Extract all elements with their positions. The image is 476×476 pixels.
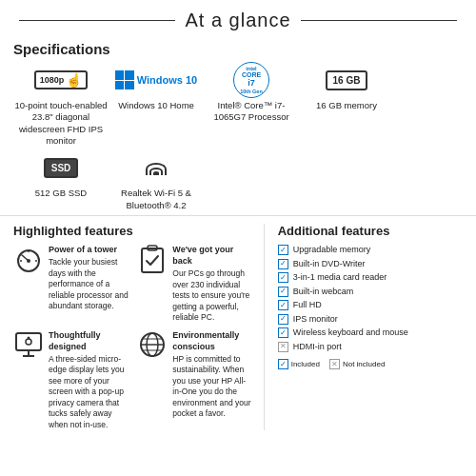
gen-text: 10th Gen	[240, 89, 263, 94]
additional-feature-label: Full HD	[293, 299, 322, 312]
svg-point-12	[28, 336, 30, 339]
additional-features-list: ✓Upgradable memory✓Built-in DVD-Writer✓3…	[278, 244, 463, 353]
spec-badge-memory: 16 GB	[326, 63, 368, 97]
wifi-icon	[142, 158, 170, 177]
check-included-icon: ✓	[278, 245, 288, 255]
additional-feature-label: IPS monitor	[293, 313, 338, 327]
feature-tower-title: Power of a tower	[49, 244, 129, 255]
check-included-icon: ✓	[278, 287, 288, 297]
specs-section: Specifications 1080p ☝ 10-point touch-en…	[0, 37, 476, 216]
feature-back: We've got your back Our PCs go through o…	[137, 244, 253, 324]
spec-windows: Windows 10 Windows 10 Home	[109, 63, 204, 147]
feature-back-text: We've got your back Our PCs go through o…	[172, 244, 253, 324]
spec-memory-label: 16 GB memory	[316, 100, 377, 111]
check-included-icon: ✓	[278, 327, 288, 338]
feature-eco-desc: HP is committed to sustainability. When …	[172, 354, 250, 418]
additional-section: Additional features ✓Upgradable memory✓B…	[272, 224, 463, 430]
check-not-included-icon: ✕	[278, 342, 288, 352]
clipboard-check-icon	[137, 244, 168, 274]
feature-back-desc: Our PCs go through over 230 individual t…	[172, 268, 249, 322]
check-included-icon: ✓	[278, 314, 288, 325]
additional-feature-item: ✓Built-in webcam	[278, 286, 463, 299]
i7-text: i7	[248, 79, 255, 89]
legend: ✓ Included ✕ Not included	[278, 359, 463, 369]
touch-icon: ☝	[66, 73, 82, 87]
additional-feature-label: Upgradable memory	[293, 244, 371, 257]
additional-feature-item: ✓Full HD	[278, 299, 463, 312]
spec-ssd: SSD 512 GB SSD	[13, 150, 109, 211]
spec-badge-monitor: 1080p ☝	[34, 63, 89, 97]
feature-designed-title: Thoughtfully designed	[49, 329, 129, 352]
spec-windows-label: Windows 10 Home	[118, 100, 194, 111]
svg-point-2	[27, 259, 30, 263]
windows-text: Windows 10	[137, 73, 197, 87]
legend-included: ✓ Included	[278, 359, 320, 369]
feature-designed-text: Thoughtfully designed A three-sided micr…	[49, 329, 129, 431]
legend-included-icon: ✓	[278, 359, 288, 369]
spec-monitor: 1080p ☝ 10-point touch-enabled 23.8" dia…	[13, 63, 109, 147]
speedometer-icon	[13, 244, 44, 274]
svg-point-11	[26, 339, 31, 345]
feature-designed: Thoughtfully designed A three-sided micr…	[13, 329, 129, 431]
spec-intel: intel CORE i7 10th Gen Intel® Core™ i7-1…	[204, 63, 299, 147]
additional-feature-item: ✓Wireless keyboard and mouse	[278, 327, 463, 340]
specs-title: Specifications	[13, 41, 463, 57]
specs-grid: 1080p ☝ 10-point touch-enabled 23.8" dia…	[13, 63, 463, 211]
spec-wifi-label: Realtek Wi-Fi 5 & Bluetooth® 4.2	[109, 188, 204, 211]
feature-tower-desc: Tackle your busiest days with the perfor…	[49, 257, 129, 310]
globe-icon	[137, 329, 168, 360]
additional-feature-label: Wireless keyboard and mouse	[293, 327, 408, 340]
additional-feature-item: ✓Upgradable memory	[278, 244, 463, 257]
additional-feature-item: ✓3-in-1 media card reader	[278, 271, 463, 285]
legend-not-included-label: Not included	[343, 360, 385, 368]
badge-windows: Windows 10	[115, 70, 197, 89]
highlighted-title: Highlighted features	[13, 224, 254, 238]
spec-monitor-label: 10-point touch-enabled 23.8" diagonal wi…	[13, 100, 109, 147]
check-included-icon: ✓	[278, 272, 288, 283]
feature-tower: Power of a tower Tackle your busiest day…	[13, 244, 129, 324]
spec-badge-wifi	[142, 150, 170, 185]
spec-memory: 16 GB 16 GB memory	[299, 63, 394, 147]
header-line-left	[19, 20, 175, 21]
legend-included-label: Included	[291, 360, 320, 368]
additional-feature-label: Built-in webcam	[293, 286, 354, 299]
spec-intel-label: Intel® Core™ i7-1065G7 Processor	[204, 100, 299, 124]
spec-ssd-label: 512 GB SSD	[35, 188, 87, 199]
feature-designed-desc: A three-sided micro-edge display lets yo…	[49, 354, 124, 429]
windows-logo-icon	[115, 70, 134, 89]
additional-feature-item: ✓IPS monitor	[278, 313, 463, 327]
bottom-section: Highlighted features Power of	[0, 216, 476, 434]
spec-wifi: Realtek Wi-Fi 5 & Bluetooth® 4.2	[109, 150, 204, 211]
badge-intel: intel CORE i7 10th Gen	[233, 62, 269, 98]
feature-tower-text: Power of a tower Tackle your busiest day…	[49, 244, 129, 311]
additional-feature-label: Built-in DVD-Writer	[293, 258, 366, 271]
feature-eco: Environmentally conscious HP is committe…	[137, 329, 253, 431]
feature-eco-title: Environmentally conscious	[172, 329, 253, 352]
additional-feature-label: 3-in-1 media card reader	[293, 271, 387, 285]
resolution-text: 1080p	[40, 76, 65, 85]
header-line-right	[301, 20, 457, 21]
spec-badge-ssd: SSD	[44, 150, 79, 185]
check-included-icon: ✓	[278, 300, 288, 310]
wifi-dot	[154, 172, 158, 175]
spec-badge-intel: intel CORE i7 10th Gen	[233, 63, 269, 97]
legend-not-included: ✕ Not included	[329, 359, 385, 369]
check-included-icon: ✓	[278, 259, 288, 269]
feature-eco-text: Environmentally conscious HP is committe…	[172, 329, 253, 420]
highlighted-section: Highlighted features Power of	[13, 224, 265, 430]
spec-badge-windows: Windows 10	[115, 63, 197, 97]
svg-rect-8	[16, 333, 41, 350]
additional-feature-item: ✓Built-in DVD-Writer	[278, 258, 463, 271]
additional-title: Additional features	[278, 224, 463, 238]
features-grid: Power of a tower Tackle your busiest day…	[13, 244, 254, 430]
monitor-person-icon	[13, 329, 44, 360]
additional-feature-label: HDMI-in port	[293, 341, 342, 354]
legend-not-included-icon: ✕	[329, 359, 340, 369]
badge-wifi	[142, 158, 170, 177]
page-title: At a glance	[185, 10, 290, 31]
svg-rect-6	[142, 248, 163, 272]
badge-ssd: SSD	[44, 158, 79, 178]
header: At a glance	[0, 0, 476, 37]
feature-back-title: We've got your back	[172, 244, 253, 267]
additional-feature-item: ✕HDMI-in port	[278, 341, 463, 354]
